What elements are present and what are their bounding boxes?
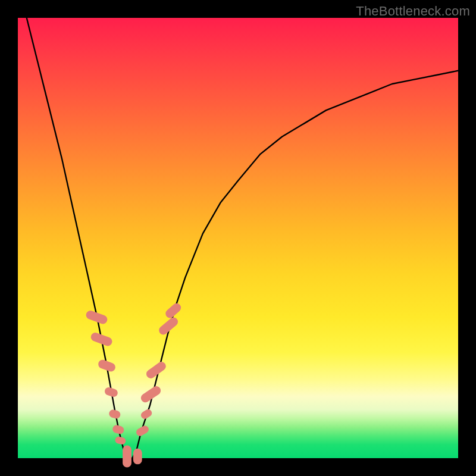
svg-rect-1 <box>90 331 114 347</box>
svg-rect-0 <box>85 309 109 325</box>
svg-rect-7 <box>123 446 131 468</box>
svg-rect-10 <box>140 408 154 421</box>
svg-rect-6 <box>115 436 127 445</box>
svg-rect-12 <box>145 360 168 380</box>
chart-frame: TheBottleneck.com <box>0 0 476 476</box>
svg-rect-4 <box>108 409 121 419</box>
chart-svg <box>18 18 458 458</box>
plot-area <box>18 18 458 458</box>
svg-rect-8 <box>133 449 142 465</box>
svg-rect-3 <box>104 386 118 398</box>
curve-line <box>27 18 458 458</box>
svg-rect-5 <box>112 424 125 435</box>
svg-rect-2 <box>97 359 117 373</box>
watermark-text: TheBottleneck.com <box>356 4 470 19</box>
